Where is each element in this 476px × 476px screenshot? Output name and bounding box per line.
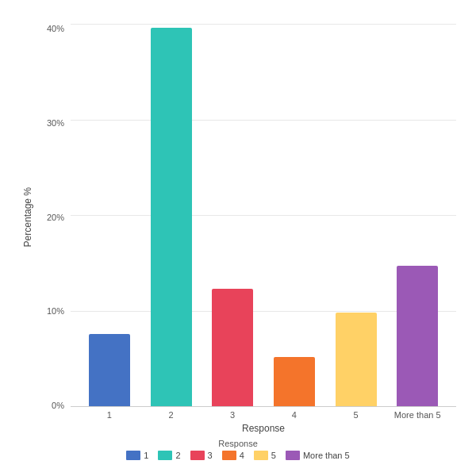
bar-group: [79, 24, 140, 406]
x-tick-label: 2: [140, 410, 202, 420]
legend-item-label: 1: [144, 451, 148, 460]
x-tick-label: 5: [325, 410, 387, 420]
grid-bars: [71, 24, 456, 407]
y-tick-label: 40%: [47, 24, 64, 33]
y-tick-label: 0%: [52, 401, 64, 410]
legend-title: Response: [218, 439, 258, 448]
chart-body: Percentage % 40%30%20%10%0% 12345More th…: [20, 24, 456, 434]
legend-color-swatch: [286, 451, 300, 460]
legend-item-label: 5: [271, 451, 276, 460]
y-axis-title: Percentage %: [22, 187, 33, 247]
legend-item: 4: [222, 451, 244, 460]
bar: [274, 357, 315, 406]
x-tick-label: 4: [263, 410, 325, 420]
y-tick-label: 30%: [47, 118, 64, 128]
legend-item: 3: [190, 451, 213, 460]
x-axis-title: Response: [71, 423, 456, 434]
bar-group: [263, 24, 325, 406]
legend-color-swatch: [190, 451, 205, 460]
y-axis: 40%30%20%10%0%: [37, 24, 71, 434]
legend-item-label: 4: [240, 451, 244, 460]
legend-item-label: 2: [175, 451, 180, 460]
chart-container: Percentage % 40%30%20%10%0% 12345More th…: [12, 16, 464, 460]
x-tick-label: More than 5: [386, 410, 448, 420]
bar-group: [202, 24, 263, 406]
plot-area: 12345More than 5 Response: [71, 24, 456, 434]
bars-row: [71, 24, 456, 406]
bar: [397, 266, 438, 406]
bar: [212, 289, 253, 406]
legend-item: 1: [126, 451, 148, 460]
legend-color-swatch: [254, 451, 268, 460]
legend-item-label: 3: [208, 451, 213, 460]
x-tick-label: 3: [202, 410, 263, 420]
bar: [89, 334, 130, 406]
legend-item: 2: [158, 451, 180, 460]
bar-group: [140, 24, 202, 406]
legend-item: 5: [254, 451, 276, 460]
y-tick-label: 10%: [47, 306, 64, 316]
bar-group: [386, 24, 448, 406]
legend-item: More than 5: [286, 451, 350, 460]
legend-items: 12345More than 5: [126, 451, 349, 460]
chart-legend: Response 12345More than 5: [20, 439, 456, 460]
legend-color-swatch: [126, 451, 140, 460]
x-tick-label: 1: [79, 410, 140, 420]
legend-color-swatch: [158, 451, 172, 460]
bar-group: [325, 24, 387, 406]
bar: [151, 28, 192, 406]
y-tick-label: 20%: [47, 213, 64, 222]
bar: [336, 313, 377, 406]
y-axis-title-col: Percentage %: [20, 24, 37, 434]
x-axis-labels: 12345More than 5: [71, 407, 456, 420]
legend-item-label: More than 5: [303, 451, 350, 460]
legend-color-swatch: [222, 451, 236, 460]
